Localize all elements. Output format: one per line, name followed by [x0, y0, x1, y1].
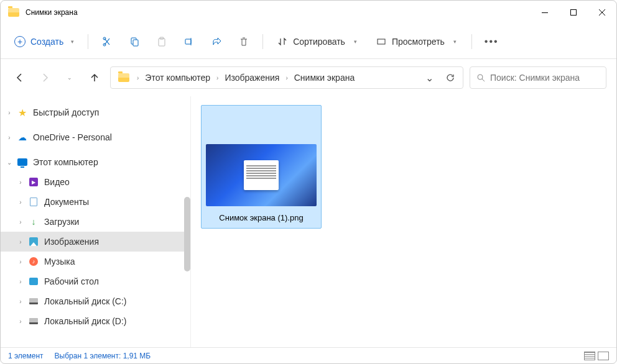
- searchbox[interactable]: [470, 66, 606, 89]
- forward-button[interactable]: [35, 68, 54, 87]
- expand-arrow-icon[interactable]: ›: [16, 239, 26, 245]
- sidebar-item[interactable]: ›Локальный диск (D:): [1, 311, 190, 331]
- expand-arrow-icon[interactable]: ›: [16, 318, 26, 325]
- sidebar-item[interactable]: ›↓Загрузки: [1, 212, 190, 232]
- music-icon: ♪: [28, 256, 39, 267]
- scrollbar[interactable]: [184, 197, 190, 271]
- view-icon: [377, 37, 386, 46]
- close-button[interactable]: [588, 1, 616, 24]
- star-icon: ★: [17, 107, 28, 118]
- expand-arrow-icon[interactable]: ›: [16, 199, 26, 206]
- svg-rect-9: [378, 39, 385, 44]
- delete-button[interactable]: [231, 30, 256, 53]
- breadcrumb-item[interactable]: Снимки экрана: [292, 71, 357, 84]
- expand-arrow-icon[interactable]: ›: [16, 278, 26, 285]
- view-button[interactable]: Просмотреть ▾: [368, 33, 465, 50]
- chevron-right-icon: ›: [137, 75, 139, 81]
- main-body: ›★Быстрый доступ›☁OneDrive - Personal⌄Эт…: [1, 96, 616, 347]
- disk-icon: [28, 316, 39, 327]
- video-icon: ▶: [28, 176, 39, 188]
- details-view-button[interactable]: [584, 352, 595, 360]
- svg-rect-6: [159, 39, 165, 46]
- sort-button[interactable]: Сортировать ▾: [269, 33, 366, 50]
- sidebar-item[interactable]: ›☁OneDrive - Personal: [1, 127, 190, 147]
- copy-button[interactable]: [122, 30, 147, 53]
- svg-rect-5: [133, 40, 138, 46]
- view-toggle: [584, 352, 609, 360]
- chevron-down-icon: ▾: [453, 39, 457, 45]
- sidebar-item-label: Локальный диск (D:): [44, 316, 127, 326]
- sidebar-item[interactable]: ›♪Музыка: [1, 252, 190, 271]
- breadcrumb-item[interactable]: Этот компьютер: [142, 71, 213, 84]
- maximize-button[interactable]: [559, 1, 588, 24]
- sidebar-item[interactable]: ›Изображения: [1, 232, 190, 252]
- content-area[interactable]: Снимок экрана (1).png: [191, 96, 616, 347]
- down-icon: ↓: [28, 216, 39, 227]
- plus-icon: +: [14, 36, 26, 47]
- sort-label: Сортировать: [293, 37, 345, 47]
- sidebar-item-label: Видео: [44, 177, 70, 187]
- addressbar[interactable]: › Этот компьютер › Изображения › Снимки …: [110, 66, 463, 89]
- search-input[interactable]: [490, 73, 600, 83]
- sidebar-item-label: Загрузки: [44, 217, 79, 227]
- new-label: Создать: [30, 37, 63, 47]
- file-name: Снимок экрана (1).png: [219, 211, 303, 224]
- expand-arrow-icon[interactable]: ›: [4, 134, 14, 141]
- sidebar-item-label: Документы: [44, 197, 89, 207]
- folder-icon: [8, 8, 19, 17]
- up-button[interactable]: [85, 68, 104, 87]
- sidebar-item[interactable]: ›▶Видео: [1, 172, 190, 192]
- expand-arrow-icon[interactable]: ›: [4, 109, 14, 116]
- new-button[interactable]: + Создать ▾: [7, 32, 81, 51]
- expand-arrow-icon[interactable]: ›: [16, 258, 26, 265]
- file-thumbnail: [206, 144, 317, 206]
- toolbar: + Создать ▾ Сортировать ▾ Просмотреть ▾ …: [1, 24, 616, 59]
- chevron-right-icon: ›: [216, 75, 218, 81]
- expand-arrow-icon[interactable]: ›: [16, 219, 26, 225]
- more-button[interactable]: •••: [478, 32, 505, 51]
- chevron-down-icon: ▾: [354, 39, 357, 45]
- window-title: Снимки экрана: [26, 8, 531, 17]
- file-item[interactable]: Снимок экрана (1).png: [201, 105, 322, 229]
- recent-button[interactable]: ⌄: [60, 68, 79, 87]
- minimize-button[interactable]: [531, 1, 559, 24]
- separator: [471, 34, 472, 49]
- disk-icon: [28, 296, 39, 307]
- sidebar-item[interactable]: ›★Быстрый доступ: [1, 102, 190, 122]
- sidebar-item-label: Быстрый доступ: [33, 107, 99, 117]
- window-controls: [531, 1, 616, 24]
- sort-icon: [278, 37, 287, 46]
- chevron-down-icon: ▾: [71, 39, 74, 45]
- view-label: Просмотреть: [392, 37, 445, 47]
- doc-icon: [28, 196, 39, 207]
- search-icon: [476, 73, 485, 82]
- paste-button[interactable]: [149, 30, 174, 53]
- expand-arrow-icon[interactable]: ›: [16, 298, 26, 305]
- share-button[interactable]: [204, 30, 229, 53]
- cloud-icon: ☁: [17, 132, 28, 143]
- sidebar-item-label: Рабочий стол: [44, 276, 99, 286]
- folder-icon: [118, 73, 129, 82]
- sidebar-item[interactable]: ›Документы: [1, 192, 190, 212]
- sidebar-item[interactable]: ⌄Этот компьютер: [1, 152, 190, 172]
- desktop-icon: [28, 276, 39, 287]
- sidebar-item[interactable]: ›Рабочий стол: [1, 271, 190, 291]
- monitor-icon: [17, 157, 28, 168]
- expand-arrow-icon[interactable]: ›: [16, 179, 26, 186]
- rename-button[interactable]: [177, 30, 202, 53]
- status-selection: Выбран 1 элемент: 1,91 МБ: [55, 352, 151, 360]
- expand-arrow-icon[interactable]: ⌄: [4, 159, 14, 166]
- sidebar-item-label: Этот компьютер: [33, 157, 98, 167]
- refresh-button[interactable]: [442, 69, 459, 86]
- sidebar-item-label: Музыка: [44, 257, 75, 266]
- separator: [88, 34, 88, 49]
- chevron-right-icon: ›: [285, 75, 287, 81]
- back-button[interactable]: [11, 68, 29, 87]
- history-dropdown-button[interactable]: ⌄: [420, 69, 438, 86]
- sidebar-item[interactable]: ›Локальный диск (C:): [1, 291, 190, 311]
- thumbnails-view-button[interactable]: [598, 352, 609, 360]
- cut-button[interactable]: [95, 30, 119, 53]
- breadcrumb-item[interactable]: Изображения: [222, 71, 282, 84]
- separator: [262, 34, 263, 49]
- statusbar: 1 элемент Выбран 1 элемент: 1,91 МБ: [1, 347, 616, 363]
